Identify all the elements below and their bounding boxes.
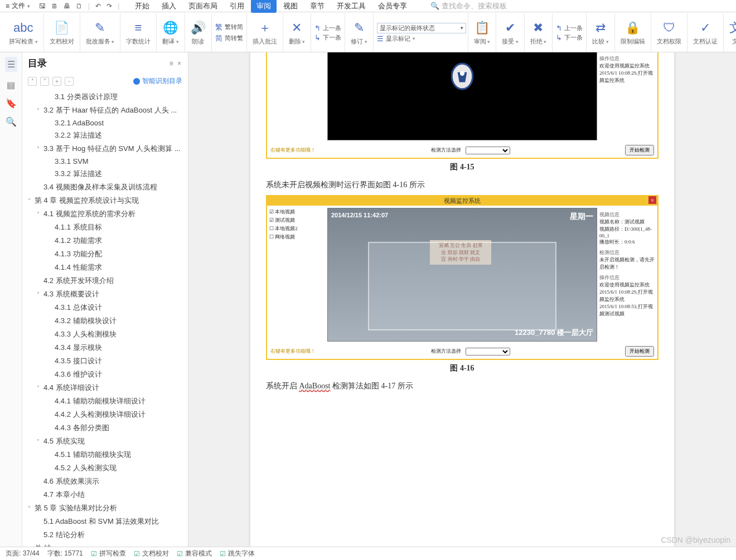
start-detect-button[interactable]: 开始检测	[625, 145, 654, 155]
ribbon-ribbon-far-1[interactable]: 🔒限制编辑	[615, 13, 651, 52]
toc-item[interactable]: 3.2.2 算法描述	[25, 129, 186, 142]
file-menu[interactable]: ≡ 文件 ▾	[3, 0, 32, 12]
toc-item[interactable]: 3.3.2 算法描述	[25, 167, 186, 181]
status-item-1[interactable]: ☑文档校对	[134, 549, 169, 558]
toc-item[interactable]: 4.3.6 维护设计	[25, 368, 186, 381]
ribbon-ribbon-big-3[interactable]: ≡字数统计	[120, 13, 157, 52]
toc-item[interactable]: 4.4.1 辅助功能模块详细设计	[25, 395, 186, 408]
undo-icon[interactable]: ↶	[95, 2, 101, 10]
fig15-hint: 右键有更多功能哦！	[270, 147, 316, 154]
status-item-3[interactable]: ☑跳失字体	[220, 549, 255, 558]
toc-item[interactable]: 总 结	[25, 542, 186, 547]
toc-item[interactable]: 3.2.1 AdaBoost	[25, 117, 186, 129]
to-traditional[interactable]: 简简转繁	[215, 33, 243, 43]
toc-item[interactable]: ˅4.1 视频监控系统的需求分析	[25, 207, 186, 221]
bookmark-tab-icon[interactable]: 🔖	[6, 98, 17, 109]
toc-item[interactable]: 4.4.2 人头检测模块详细设计	[25, 408, 186, 421]
toc-item[interactable]: 4.1.1 系统目标	[25, 221, 186, 234]
toc-item[interactable]: 3.4 视频图像及样本采集及训练流程	[25, 181, 186, 194]
print-preview-icon[interactable]: 🗋	[76, 2, 83, 10]
ribbon-ribbon-big-1[interactable]: 📄文档校对	[44, 13, 80, 52]
next-comment[interactable]: ↳下一条	[314, 33, 341, 42]
ribbon-ribbon-mid-0[interactable]: ＋插入批注	[247, 13, 283, 52]
ribbon-ribbon-big-5[interactable]: 🔊朗读	[185, 13, 212, 52]
ribbon-ribbon-right-2[interactable]: ✖拒绝	[525, 13, 553, 52]
thumbnail-tab-icon[interactable]: ▤	[7, 80, 15, 90]
save-icon[interactable]: 🖫	[39, 2, 46, 10]
smart-toc[interactable]: 智能识别目录	[133, 76, 182, 86]
redo-icon[interactable]: ↷	[106, 2, 112, 10]
menu-tab-7[interactable]: 开发工具	[331, 0, 371, 13]
toc-item[interactable]: 3.3.1 SVM	[25, 155, 186, 167]
ribbon-ribbon-big-4[interactable]: 🌐翻译	[157, 13, 185, 52]
toc-item[interactable]: 4.1.3 功能分配	[25, 247, 186, 261]
prev-change[interactable]: ↰上一条	[556, 24, 583, 32]
toc-menu-icon[interactable]: ≡ ×	[170, 60, 182, 67]
toc-item[interactable]: 4.2 系统开发环境介绍	[25, 274, 186, 288]
toc-collapse-icon[interactable]: －	[65, 77, 74, 86]
toc-item[interactable]: 4.6 系统效果演示	[25, 475, 186, 488]
prev-comment[interactable]: ↰上一条	[314, 24, 341, 32]
menu-tab-2[interactable]: 页面布局	[183, 0, 223, 13]
toc-item[interactable]: ˅4.3 系统概要设计	[25, 288, 186, 301]
ribbon-ribbon-big-0[interactable]: abc拼写检查	[3, 13, 44, 52]
workspace[interactable]: ☐ 本地视频2☐ 网络视频 视频路径：未选择视频 播放时长：00:00:00 检…	[188, 52, 736, 547]
ribbon-ribbon-far-2[interactable]: 🛡文档权限	[651, 13, 687, 52]
to-simplified[interactable]: 繁繁转简	[215, 22, 243, 32]
status-item-0[interactable]: ☑拼写检查	[91, 549, 126, 558]
toc-item[interactable]: 4.5.2 人头检测实现	[25, 461, 186, 475]
toc-item[interactable]: ˅第 4 章 视频监控系统设计与实现	[25, 194, 186, 207]
toc-item[interactable]: 5.1 AdaBoost 和 SVM 算法效果对比	[25, 515, 186, 528]
start-detect-button[interactable]: 开始检测	[625, 346, 654, 357]
toc-item[interactable]: 4.7 本章小结	[25, 488, 186, 501]
status-item-2[interactable]: ☑兼容模式	[177, 549, 212, 558]
ribbon-ribbon-far-4[interactable]: 文文	[724, 13, 736, 52]
toc-item[interactable]: 3.1 分类器设计原理	[25, 90, 186, 104]
ribbon-ribbon-right-1[interactable]: ✔接受	[496, 13, 525, 52]
toc-tab-icon[interactable]: ☰	[5, 57, 17, 72]
menu-tab-0[interactable]: 开始	[129, 0, 155, 13]
menu-tab-3[interactable]: 引用	[224, 0, 250, 13]
method-select[interactable]	[466, 147, 510, 154]
toc-item[interactable]: 4.5.1 辅助功能模块实现	[25, 448, 186, 461]
toc-body[interactable]: 3.1 分类器设计原理˅3.2 基于 Haar 特征点的 AdaBoost 人头…	[22, 89, 188, 547]
toc-item[interactable]: 4.3.5 接口设计	[25, 354, 186, 368]
track-changes[interactable]: ✎ 修订	[345, 13, 374, 52]
toc-up-icon[interactable]: ˄	[28, 77, 37, 86]
next-change[interactable]: ↳下一条	[556, 33, 583, 42]
toc-item[interactable]: 4.1.2 功能需求	[25, 234, 186, 247]
menu-tab-1[interactable]: 插入	[156, 0, 182, 13]
toc-item[interactable]: 5.2 结论分析	[25, 528, 186, 542]
toc-item[interactable]: ˅4.4 系统详细设计	[25, 381, 186, 395]
final-state-select[interactable]: 显示标记的最终状态▾	[377, 23, 466, 33]
ribbon-ribbon-far-3[interactable]: ✓文档认证	[687, 13, 724, 52]
toc-item[interactable]: 4.1.4 性能需求	[25, 261, 186, 274]
toc-item[interactable]: 4.3.3 人头检测模块	[25, 328, 186, 341]
toc-expand-icon[interactable]: ＋	[52, 77, 61, 86]
toc-item[interactable]: 4.3.4 显示模块	[25, 341, 186, 354]
toc-item[interactable]: ˅3.3 基于 Hog 特征点的 SVM 人头检测算 ...	[25, 142, 186, 155]
menu-tab-6[interactable]: 章节	[304, 0, 330, 13]
print-icon[interactable]: 🖶	[64, 2, 70, 10]
toc-item[interactable]: 4.3.2 辅助模块设计	[25, 314, 186, 328]
toc-item[interactable]: ˅3.2 基于 Haar 特征点的 AdaBoost 人头 ...	[25, 104, 186, 117]
ribbon-ribbon-mid-1[interactable]: ✕删除	[283, 13, 312, 52]
word-count[interactable]: 字数: 15771	[47, 549, 83, 558]
find-tab-icon[interactable]: 🔍	[6, 116, 17, 127]
toc-item[interactable]: ˅4.5 系统实现	[25, 435, 186, 448]
page-indicator[interactable]: 页面: 37/44	[6, 549, 40, 558]
menu-tab-8[interactable]: 会员专享	[372, 0, 413, 13]
ribbon-ribbon-big-2[interactable]: ✎批改服务	[80, 13, 121, 52]
menu-tab-5[interactable]: 视图	[278, 0, 303, 13]
show-markup[interactable]: ☰显示标记 ▾	[377, 35, 464, 43]
method-select[interactable]	[466, 348, 510, 356]
toc-item[interactable]: 4.4.3 各部分类图	[25, 421, 186, 435]
ribbon-ribbon-far-0[interactable]: ⇄比较	[587, 13, 615, 52]
toc-item[interactable]: 4.3.1 总体设计	[25, 301, 186, 314]
toc-down-icon[interactable]: ˅	[40, 77, 49, 86]
save-as-icon[interactable]: 🗎	[51, 2, 58, 10]
toc-item[interactable]: ˅第 5 章 实验结果对比分析	[25, 501, 186, 515]
menu-tab-4[interactable]: 审阅	[251, 0, 277, 13]
search-hint[interactable]: 🔍 查找命令、搜索模板	[430, 1, 507, 11]
ribbon-ribbon-right-0[interactable]: 📋审阅	[468, 13, 497, 52]
